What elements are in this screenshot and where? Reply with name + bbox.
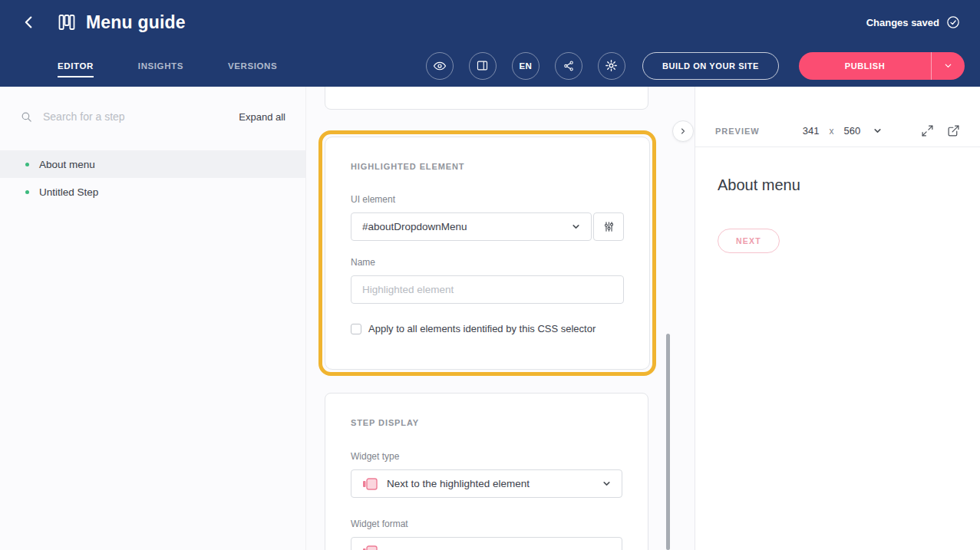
step-list: About menu Untitled Step bbox=[0, 150, 305, 206]
step-status-dot bbox=[25, 190, 29, 194]
widget-format-select[interactable] bbox=[351, 537, 622, 550]
element-name-input[interactable] bbox=[351, 275, 624, 304]
publish-button-group: PUBLISH bbox=[799, 52, 965, 80]
highlighted-element-section-title: HIGHLIGHTED ELEMENT bbox=[351, 162, 624, 171]
share-button[interactable] bbox=[555, 52, 582, 80]
preview-panel-title: PREVIEW bbox=[715, 127, 760, 136]
ui-element-select[interactable]: #aboutDropdownMenu bbox=[351, 212, 592, 241]
chevron-left-icon bbox=[21, 14, 38, 31]
widget-type-select-value: Next to the highlighted element bbox=[387, 478, 530, 489]
main-tabs: EDITOR INSIGHTS VERSIONS bbox=[58, 61, 277, 71]
share-icon bbox=[563, 60, 575, 72]
preview-fullscreen-button[interactable] bbox=[921, 124, 934, 137]
preview-height-value: 560 bbox=[843, 125, 860, 137]
ui-element-select-value: #aboutDropdownMenu bbox=[362, 221, 467, 232]
top-bar-actions-row: EDITOR INSIGHTS VERSIONS EN bbox=[0, 44, 980, 87]
step-item-untitled-step[interactable]: Untitled Step bbox=[0, 178, 305, 206]
steps-sidebar: Expand all About menu Untitled Step bbox=[0, 87, 306, 550]
chevron-down-icon bbox=[873, 127, 882, 135]
changes-saved-label: Changes saved bbox=[866, 17, 939, 28]
highlighted-element-card: HIGHLIGHTED ELEMENT UI element #aboutDro… bbox=[325, 137, 650, 370]
maximize-icon bbox=[921, 124, 934, 137]
previous-section-card bbox=[325, 87, 648, 110]
ui-element-label: UI element bbox=[351, 194, 624, 205]
step-label: Untitled Step bbox=[39, 186, 98, 198]
widget-type-label: Widget type bbox=[351, 451, 622, 462]
language-button[interactable]: EN bbox=[512, 52, 539, 80]
tab-insights[interactable]: INSIGHTS bbox=[138, 61, 183, 71]
preview-step-title: About menu bbox=[718, 176, 958, 194]
eye-icon bbox=[433, 59, 447, 73]
search-icon bbox=[20, 110, 33, 124]
size-separator: x bbox=[829, 126, 833, 137]
preview-open-external-button[interactable] bbox=[947, 124, 960, 137]
widget-format-label: Widget format bbox=[351, 519, 622, 529]
element-name-label: Name bbox=[351, 257, 624, 268]
step-editor-area: HIGHLIGHTED ELEMENT UI element #aboutDro… bbox=[307, 87, 695, 550]
widget-type-icon bbox=[362, 478, 378, 490]
ui-element-select-row: #aboutDropdownMenu bbox=[351, 212, 624, 241]
tab-editor[interactable]: EDITOR bbox=[58, 61, 94, 71]
step-status-dot bbox=[25, 163, 29, 166]
preview-header-icons bbox=[921, 124, 960, 137]
layout-panel-button[interactable] bbox=[469, 52, 497, 80]
widget-format-icon bbox=[362, 545, 378, 550]
chevron-down-icon bbox=[943, 61, 953, 71]
apply-all-row: Apply to all elements identified by this… bbox=[351, 323, 624, 334]
app-root: Menu guide Changes saved EDITOR INSIGHTS… bbox=[0, 0, 980, 550]
step-item-about-menu[interactable]: About menu bbox=[0, 150, 305, 178]
sliders-icon bbox=[602, 220, 615, 233]
back-button[interactable] bbox=[20, 13, 38, 31]
apply-all-label: Apply to all elements identified by this… bbox=[368, 323, 596, 334]
tab-versions[interactable]: VERSIONS bbox=[228, 61, 277, 71]
guide-type-icon bbox=[57, 12, 77, 32]
preview-header: PREVIEW 341 x 560 bbox=[695, 115, 980, 147]
preview-size-dropdown[interactable]: 341 x 560 bbox=[803, 125, 882, 137]
chevron-down-icon bbox=[572, 222, 580, 231]
top-bar-row: Menu guide Changes saved bbox=[0, 0, 980, 44]
build-on-your-site-button[interactable]: BUILD ON YOUR SITE bbox=[642, 52, 779, 80]
step-search-input[interactable] bbox=[41, 110, 230, 124]
external-link-icon bbox=[947, 124, 960, 137]
highlighted-section-ring: HIGHLIGHTED ELEMENT UI element #aboutDro… bbox=[318, 130, 656, 376]
chevron-right-icon bbox=[678, 127, 688, 136]
widget-type-select[interactable]: Next to the highlighted element bbox=[351, 469, 622, 498]
changes-saved-status: Changes saved bbox=[866, 15, 960, 29]
header-actions: EN BUILD ON YOUR SITE PUBLISH bbox=[426, 52, 965, 80]
preview-body: About menu NEXT bbox=[695, 147, 980, 550]
top-bar: Menu guide Changes saved EDITOR INSIGHTS… bbox=[0, 0, 980, 87]
preview-panel: PREVIEW 341 x 560 bbox=[695, 87, 980, 550]
collapse-preview-button[interactable] bbox=[672, 120, 694, 142]
page-title: Menu guide bbox=[86, 12, 186, 33]
preview-width-value: 341 bbox=[803, 125, 820, 137]
step-search-row: Expand all bbox=[0, 94, 305, 139]
preview-eye-button[interactable] bbox=[426, 52, 454, 80]
publish-button[interactable]: PUBLISH bbox=[799, 52, 931, 80]
step-display-section-title: STEP DISPLAY bbox=[351, 418, 622, 427]
expand-all-button[interactable]: Expand all bbox=[239, 111, 285, 123]
gear-icon bbox=[605, 59, 618, 72]
settings-button[interactable] bbox=[598, 52, 625, 80]
apply-all-checkbox[interactable] bbox=[351, 324, 361, 334]
element-picker-settings-button[interactable] bbox=[593, 212, 624, 241]
publish-dropdown-button[interactable] bbox=[931, 52, 965, 80]
editor-scrollbar[interactable] bbox=[666, 334, 670, 550]
step-label: About menu bbox=[39, 159, 95, 170]
preview-next-button[interactable]: NEXT bbox=[718, 229, 780, 253]
chevron-down-icon bbox=[602, 479, 611, 488]
layout-panel-icon bbox=[476, 59, 489, 72]
step-display-card: STEP DISPLAY Widget type Next to the hig… bbox=[325, 393, 648, 550]
check-circle-icon bbox=[946, 15, 960, 29]
